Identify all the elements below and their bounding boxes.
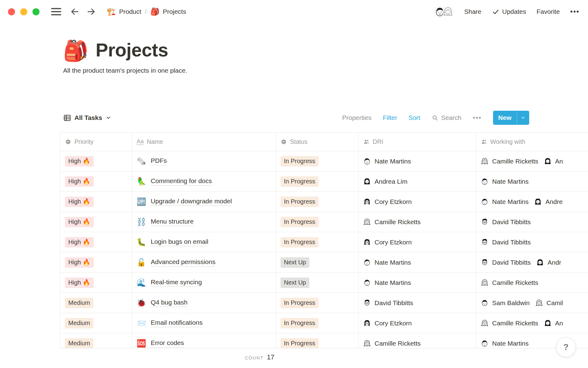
avatar-icon: [481, 157, 488, 165]
page-link[interactable]: Upgrade / downgrade model: [151, 197, 232, 206]
working-with-cell[interactable]: Nate Martins Andre: [476, 192, 588, 212]
minimize-window-button[interactable]: [20, 8, 27, 15]
working-with-cell[interactable]: Camille Ricketts: [476, 273, 588, 293]
properties-button[interactable]: Properties: [342, 114, 371, 121]
name-cell[interactable]: 🌊Real-time syncing: [132, 273, 276, 293]
page-link[interactable]: Q4 bug bash: [151, 299, 187, 307]
status-cell[interactable]: Next Up: [276, 252, 359, 272]
dri-cell[interactable]: Andrea Lim: [359, 171, 476, 191]
new-button-label[interactable]: New: [493, 111, 517, 125]
person-chip: Camille Ricketts: [363, 218, 421, 226]
working-with-cell[interactable]: Camille Ricketts An: [476, 313, 588, 333]
working-with-cell[interactable]: David Tibbitts: [476, 232, 588, 252]
name-cell[interactable]: 🐞Q4 bug bash: [132, 293, 276, 313]
back-icon[interactable]: [70, 7, 80, 17]
working-with-cell[interactable]: Sam Baldwin Camil: [476, 293, 588, 313]
breadcrumb-product[interactable]: Product: [119, 8, 141, 15]
dri-cell[interactable]: Nate Martins: [359, 273, 476, 293]
status-cell[interactable]: In Progress: [276, 192, 359, 212]
table-row: High 🔥 ⛓️Menu structure In Progress Cami…: [60, 212, 588, 232]
name-cell[interactable]: 🆘Error codes: [132, 333, 276, 348]
status-cell[interactable]: In Progress: [276, 313, 359, 333]
working-with-cell[interactable]: Camille Ricketts An: [476, 151, 588, 171]
page-link[interactable]: Advanced permissions: [151, 258, 215, 266]
priority-cell[interactable]: High 🔥: [60, 171, 132, 191]
zoom-window-button[interactable]: [32, 8, 40, 15]
page-link[interactable]: Commenting for docs: [151, 177, 212, 186]
dri-cell[interactable]: David Tibbitts: [359, 293, 476, 313]
view-more-options-icon[interactable]: •••: [473, 114, 482, 122]
status-cell[interactable]: In Progress: [276, 171, 359, 191]
person-chip: Camille Ricketts: [481, 319, 538, 327]
priority-badge: High 🔥: [65, 176, 94, 187]
close-window-button[interactable]: [8, 8, 15, 15]
new-button[interactable]: New: [493, 111, 529, 125]
status-cell[interactable]: In Progress: [276, 293, 359, 313]
name-cell[interactable]: 🦜Commenting for docs: [132, 171, 276, 191]
help-button[interactable]: ?: [556, 337, 576, 357]
dri-cell[interactable]: Cory Etzkorn: [359, 232, 476, 252]
priority-cell[interactable]: High 🔥: [60, 212, 132, 232]
status-cell[interactable]: In Progress: [276, 151, 359, 171]
priority-cell[interactable]: High 🔥: [60, 273, 132, 293]
page-link[interactable]: Error codes: [151, 339, 184, 347]
name-cell[interactable]: 🗞️PDFs: [132, 151, 276, 171]
name-cell[interactable]: 🔓Advanced permissions: [132, 252, 276, 272]
dri-cell[interactable]: Nate Martins: [359, 151, 476, 171]
page-link[interactable]: Real-time syncing: [151, 278, 202, 287]
sidebar-toggle-icon[interactable]: [51, 8, 61, 15]
avatar-icon: [535, 299, 543, 307]
column-header-priority[interactable]: Priority: [60, 132, 132, 151]
page-icon-backpack[interactable]: 🎒: [63, 40, 88, 61]
priority-cell[interactable]: High 🔥: [60, 151, 132, 171]
filter-button[interactable]: Filter: [383, 114, 397, 121]
priority-cell[interactable]: High 🔥: [60, 232, 132, 252]
priority-cell[interactable]: Medium: [60, 333, 132, 348]
name-cell[interactable]: 🐛Login bugs on email: [132, 232, 276, 252]
page-link[interactable]: Menu structure: [151, 218, 194, 226]
more-options-icon[interactable]: •••: [570, 8, 579, 16]
breadcrumb-projects[interactable]: Projects: [163, 8, 186, 15]
dri-cell[interactable]: Camille Ricketts: [359, 333, 476, 348]
status-cell[interactable]: In Progress: [276, 212, 359, 232]
dri-cell[interactable]: Nate Martins: [359, 252, 476, 272]
sort-button[interactable]: Sort: [409, 114, 420, 121]
name-cell[interactable]: ⛓️Menu structure: [132, 212, 276, 232]
dri-cell[interactable]: Cory Etzkorn: [359, 192, 476, 212]
status-cell[interactable]: Next Up: [276, 273, 359, 293]
priority-cell[interactable]: Medium: [60, 293, 132, 313]
person-chip: Cory Etzkorn: [363, 238, 412, 246]
column-header-working-with[interactable]: Working with: [476, 132, 588, 151]
priority-cell[interactable]: High 🔥: [60, 192, 132, 212]
page-link[interactable]: PDFs: [151, 157, 167, 165]
updates-button[interactable]: Updates: [492, 8, 526, 16]
column-header-name[interactable]: Aa Name: [132, 132, 276, 151]
avatar-icon: [536, 259, 544, 266]
view-switcher[interactable]: All Tasks: [63, 114, 111, 122]
share-button[interactable]: Share: [464, 8, 481, 15]
search-button[interactable]: Search: [432, 114, 462, 121]
name-cell[interactable]: 📨Email notifications: [132, 313, 276, 333]
status-cell[interactable]: In Progress: [276, 333, 359, 348]
working-with-cell[interactable]: David Tibbitts Andr: [476, 252, 588, 272]
person-property-icon: [481, 139, 487, 145]
priority-cell[interactable]: Medium: [60, 313, 132, 333]
avatar-icon: [363, 178, 371, 185]
page-link[interactable]: Login bugs on email: [151, 238, 208, 246]
dri-cell[interactable]: Cory Etzkorn: [359, 313, 476, 333]
page-link[interactable]: Email notifications: [151, 319, 202, 327]
collaborator-avatars[interactable]: [434, 6, 454, 17]
new-dropdown-button[interactable]: [517, 111, 529, 125]
priority-cell[interactable]: High 🔥: [60, 252, 132, 272]
avatar-camille: [442, 6, 454, 17]
name-cell[interactable]: 🆙Upgrade / downgrade model: [132, 192, 276, 212]
status-cell[interactable]: In Progress: [276, 232, 359, 252]
favorite-button[interactable]: Favorite: [537, 8, 560, 15]
working-with-cell[interactable]: David Tibbitts: [476, 212, 588, 232]
forward-icon[interactable]: [86, 7, 96, 17]
table-calc-count[interactable]: COUNT 17: [153, 353, 274, 361]
dri-cell[interactable]: Camille Ricketts: [359, 212, 476, 232]
working-with-cell[interactable]: Nate Martins: [476, 171, 588, 191]
column-header-status[interactable]: Status: [276, 132, 359, 151]
column-header-dri[interactable]: DRI: [359, 132, 476, 151]
